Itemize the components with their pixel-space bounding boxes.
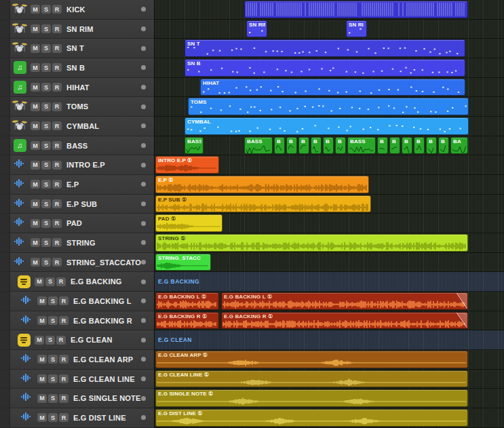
- track-record-button[interactable]: R: [59, 316, 69, 325]
- region-bass[interactable]: B: [414, 137, 425, 155]
- track-mute-button[interactable]: M: [31, 102, 40, 111]
- track-drag-strip[interactable]: [0, 233, 10, 252]
- track-record-button[interactable]: R: [52, 180, 62, 189]
- track-lane-cymbal[interactable]: CYMBAL: [155, 117, 504, 136]
- region-sn-t[interactable]: SN T: [185, 39, 465, 57]
- track-solo-button[interactable]: S: [41, 5, 51, 14]
- track-activity-dot[interactable]: [141, 7, 146, 12]
- region-bass[interactable]: B: [298, 137, 309, 155]
- track-mute-button[interactable]: M: [31, 258, 40, 267]
- track-activity-dot[interactable]: [141, 279, 146, 284]
- region-bass[interactable]: B: [311, 137, 322, 155]
- track-drag-strip[interactable]: [0, 136, 10, 155]
- track-activity-dot[interactable]: [141, 260, 146, 265]
- track-activity-dot[interactable]: [141, 357, 146, 362]
- track-activity-dot[interactable]: [141, 123, 146, 128]
- track-header-pad[interactable]: MSRPAD: [0, 214, 154, 233]
- track-activity-dot[interactable]: [141, 163, 146, 168]
- track-activity-dot[interactable]: [141, 221, 146, 226]
- track-lane-pad[interactable]: PAD ①: [155, 214, 504, 233]
- track-mute-button[interactable]: M: [37, 394, 47, 403]
- track-drag-strip[interactable]: [0, 292, 10, 311]
- track-record-button[interactable]: R: [52, 238, 62, 247]
- track-drag-strip[interactable]: [0, 20, 10, 39]
- track-drag-strip[interactable]: [0, 370, 10, 389]
- track-drag-strip[interactable]: [0, 0, 10, 19]
- track-mute-button[interactable]: M: [31, 83, 40, 92]
- region-pad[interactable]: PAD ①: [155, 214, 222, 232]
- region-sn-b[interactable]: SN B: [185, 59, 465, 77]
- track-header-e-g-dist-line[interactable]: MSRE.G DIST LINE: [0, 408, 154, 428]
- track-mute-button[interactable]: M: [31, 24, 40, 33]
- track-drag-strip[interactable]: [0, 175, 10, 194]
- track-record-button[interactable]: R: [59, 296, 69, 305]
- track-lane-e-p[interactable]: E.P ①: [155, 175, 504, 195]
- track-activity-dot[interactable]: [141, 104, 146, 109]
- region-e-g-backing-l[interactable]: E.G BACKING L ①: [221, 292, 468, 310]
- track-solo-button[interactable]: S: [41, 83, 51, 92]
- track-lane-string[interactable]: STRING ①: [155, 233, 504, 253]
- track-lane-e-g-single-note[interactable]: E.G SINGLE NOTE ①: [155, 389, 504, 408]
- region-bass[interactable]: BASS: [347, 137, 376, 155]
- track-lane-e-g-dist-line[interactable]: E.G DIST LINE ①: [155, 408, 504, 428]
- region-e-g-backing-r[interactable]: E.G BACKING R ①: [155, 312, 219, 330]
- track-drag-strip[interactable]: [0, 311, 10, 330]
- track-header-e-g-single-note[interactable]: MSRE.G SINGLE NOTE: [0, 389, 154, 408]
- track-lane-e-g-clean-line[interactable]: E.G CLEAN LINE ①: [155, 370, 504, 389]
- track-drag-strip[interactable]: [0, 389, 10, 408]
- region-string[interactable]: STRING ①: [155, 234, 468, 252]
- track-solo-button[interactable]: S: [41, 180, 51, 189]
- track-solo-button[interactable]: S: [48, 413, 58, 422]
- track-mute-button[interactable]: M: [37, 413, 47, 422]
- region-bass[interactable]: BASS: [185, 137, 203, 155]
- track-drag-strip[interactable]: [0, 408, 10, 427]
- track-mute-button[interactable]: M: [31, 44, 40, 53]
- track-mute-button[interactable]: M: [31, 180, 40, 189]
- track-solo-button[interactable]: S: [48, 316, 58, 325]
- track-mute-button[interactable]: M: [35, 277, 44, 286]
- track-mute-button[interactable]: M: [31, 161, 40, 170]
- track-mute-button[interactable]: M: [31, 238, 40, 247]
- track-mute-button[interactable]: M: [37, 355, 47, 364]
- region-string-staccato[interactable]: STRING_STACC: [155, 254, 211, 271]
- track-record-button[interactable]: R: [52, 102, 62, 111]
- track-header-hihat[interactable]: ♫MSRHIHAT: [0, 78, 154, 98]
- track-activity-dot[interactable]: [141, 318, 146, 323]
- track-activity-dot[interactable]: [141, 298, 146, 303]
- track-drag-strip[interactable]: [0, 253, 10, 272]
- track-activity-dot[interactable]: [141, 240, 146, 245]
- track-lane-kick[interactable]: [155, 0, 504, 20]
- region-hihat[interactable]: HIHAT: [200, 79, 465, 96]
- track-record-button[interactable]: R: [59, 355, 69, 364]
- track-lane-sn-rim[interactable]: SN RIMSN RI: [155, 20, 504, 39]
- track-mute-button[interactable]: M: [31, 199, 40, 208]
- track-drag-strip[interactable]: [0, 272, 10, 291]
- track-record-button[interactable]: R: [52, 44, 62, 53]
- track-mute-button[interactable]: M: [37, 374, 47, 383]
- region-bass[interactable]: B: [389, 137, 400, 155]
- track-lane-string-staccato[interactable]: STRING_STACC: [155, 253, 504, 273]
- track-drag-strip[interactable]: [0, 155, 10, 174]
- track-solo-button[interactable]: S: [41, 63, 51, 72]
- track-activity-dot[interactable]: [141, 376, 146, 381]
- track-activity-dot[interactable]: [141, 182, 146, 187]
- track-record-button[interactable]: R: [52, 63, 62, 72]
- region-bass[interactable]: B: [335, 137, 346, 155]
- track-record-button[interactable]: R: [56, 277, 66, 286]
- track-lane-e-g-clean[interactable]: E.G CLEAN: [155, 330, 504, 350]
- track-header-sn-b[interactable]: ♫MSRSN B: [0, 58, 154, 78]
- track-lane-sn-b[interactable]: SN B: [155, 58, 504, 78]
- track-header-e-g-clean-line[interactable]: MSRE.G CLEAN LINE: [0, 370, 154, 389]
- track-drag-strip[interactable]: [0, 350, 10, 369]
- track-record-button[interactable]: R: [52, 121, 62, 130]
- region-e-g-backing-l[interactable]: E.G BACKING L ①: [155, 292, 219, 310]
- region-bass[interactable]: B: [438, 137, 449, 155]
- track-header-sn-rim[interactable]: MSRSN RIM: [0, 20, 154, 39]
- region-bass[interactable]: B: [286, 137, 297, 155]
- track-solo-button[interactable]: S: [48, 355, 58, 364]
- region-kick[interactable]: [244, 1, 468, 18]
- track-mute-button[interactable]: M: [31, 63, 40, 72]
- track-mute-button[interactable]: M: [31, 5, 40, 14]
- track-solo-button[interactable]: S: [41, 219, 51, 228]
- timeline[interactable]: SN RIMSN RISN TSN BHIHATTOMSCYMBALBASSBA…: [155, 0, 504, 428]
